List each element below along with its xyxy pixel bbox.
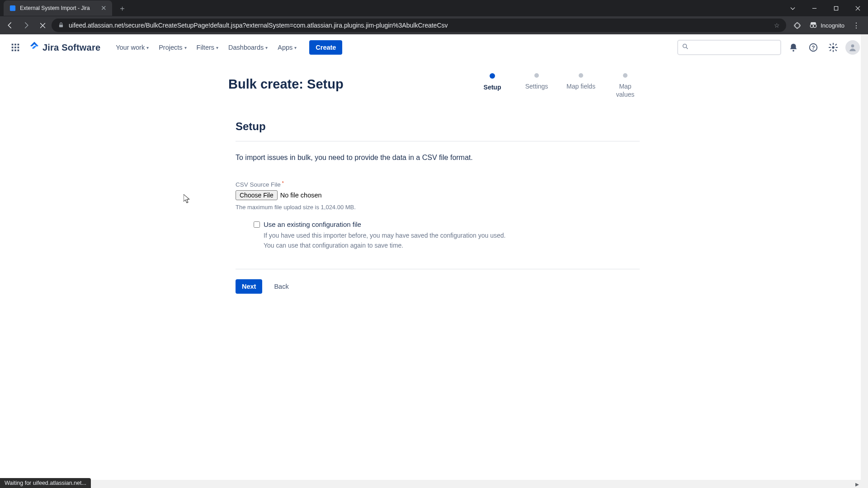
create-button[interactable]: Create bbox=[309, 40, 342, 55]
nav-apps[interactable]: Apps▾ bbox=[273, 41, 301, 54]
svg-rect-10 bbox=[14, 47, 16, 48]
search-icon bbox=[682, 43, 689, 52]
address-bar: uifeed.atlassian.net/secure/BulkCreateSe… bbox=[0, 16, 868, 34]
csv-file-label: CSV Source File bbox=[236, 181, 281, 188]
step-map-values[interactable]: Map values bbox=[611, 73, 640, 99]
chevron-down-icon: ▾ bbox=[294, 45, 297, 50]
nav-filters[interactable]: Filters▾ bbox=[192, 41, 223, 54]
tab-bar: External System Import - Jira ✕ ＋ bbox=[0, 0, 868, 16]
jira-logo[interactable]: Jira Software bbox=[25, 41, 104, 54]
divider bbox=[236, 269, 640, 269]
svg-rect-0 bbox=[10, 5, 15, 11]
chevron-down-icon: ▾ bbox=[184, 45, 187, 50]
divider bbox=[236, 141, 640, 141]
svg-rect-8 bbox=[18, 44, 19, 46]
existing-config-checkbox[interactable] bbox=[254, 221, 260, 228]
url-field[interactable]: uifeed.atlassian.net/secure/BulkCreateSe… bbox=[52, 19, 786, 32]
svg-line-16 bbox=[686, 47, 688, 49]
notifications-icon[interactable] bbox=[786, 40, 801, 55]
incognito-badge[interactable]: Incognito bbox=[807, 20, 846, 31]
lock-icon bbox=[58, 22, 64, 29]
csv-file-field: CSV Source File* Choose File No file cho… bbox=[236, 180, 640, 211]
favicon-icon bbox=[9, 5, 16, 12]
browser-chrome: External System Import - Jira ✕ ＋ uifeed… bbox=[0, 0, 868, 34]
step-settings[interactable]: Settings bbox=[522, 73, 551, 99]
progress-stepper: Setup Settings Map fields Map values bbox=[478, 73, 640, 99]
browser-status-bar: Waiting for uifeed.atlassian.net... bbox=[0, 478, 91, 488]
close-tab-icon[interactable]: ✕ bbox=[101, 4, 107, 12]
search-input[interactable] bbox=[677, 40, 781, 55]
window-controls bbox=[782, 1, 868, 15]
existing-config-checkbox-row[interactable]: Use an existing configuration file bbox=[254, 221, 640, 228]
svg-point-17 bbox=[793, 50, 794, 52]
nav-items: Your work▾ Projects▾ Filters▾ Dashboards… bbox=[111, 41, 301, 54]
page-title: Bulk create: Setup bbox=[228, 73, 344, 92]
back-icon[interactable] bbox=[3, 18, 17, 33]
svg-rect-12 bbox=[12, 50, 14, 52]
svg-point-5 bbox=[813, 24, 816, 28]
chevron-down-icon: ▾ bbox=[146, 45, 149, 50]
window-close-icon[interactable] bbox=[847, 1, 868, 15]
nav-your-work[interactable]: Your work▾ bbox=[111, 41, 153, 54]
choose-file-button[interactable]: Choose File bbox=[236, 190, 278, 200]
scroll-right-icon[interactable]: ▸ bbox=[854, 480, 861, 488]
new-tab-button[interactable]: ＋ bbox=[116, 2, 128, 14]
file-status-text: No file chosen bbox=[280, 192, 322, 199]
svg-rect-11 bbox=[18, 47, 19, 48]
app-switcher-icon[interactable] bbox=[8, 40, 23, 55]
product-name: Jira Software bbox=[42, 42, 100, 53]
svg-rect-13 bbox=[14, 50, 16, 52]
step-dot-icon bbox=[579, 73, 583, 78]
minimize-icon[interactable] bbox=[804, 1, 825, 15]
next-button[interactable]: Next bbox=[236, 279, 262, 294]
settings-icon[interactable] bbox=[826, 40, 841, 55]
step-map-fields[interactable]: Map fields bbox=[566, 73, 595, 99]
help-icon[interactable]: ? bbox=[806, 40, 821, 55]
existing-config-group: Use an existing configuration file If yo… bbox=[254, 221, 640, 250]
svg-rect-9 bbox=[12, 47, 14, 48]
nav-projects[interactable]: Projects▾ bbox=[154, 41, 191, 54]
browser-menu-icon[interactable]: ⋮ bbox=[850, 19, 863, 32]
svg-rect-14 bbox=[18, 50, 19, 52]
avatar[interactable] bbox=[845, 40, 860, 55]
tab-search-icon[interactable] bbox=[782, 1, 803, 15]
step-dot-icon bbox=[490, 73, 495, 79]
scrollbar-horizontal[interactable] bbox=[0, 480, 868, 488]
step-dot-icon bbox=[534, 73, 539, 78]
content-area: Bulk create: Setup Setup Settings Map fi… bbox=[0, 61, 868, 488]
stop-reload-icon[interactable] bbox=[35, 18, 50, 33]
svg-rect-2 bbox=[834, 6, 838, 10]
url-text: uifeed.atlassian.net/secure/BulkCreateSe… bbox=[69, 22, 769, 29]
file-size-hint: The maximum file upload size is 1,024.00… bbox=[236, 204, 640, 211]
nav-dashboards[interactable]: Dashboards▾ bbox=[224, 41, 272, 54]
back-button[interactable]: Back bbox=[272, 281, 290, 292]
forward-icon[interactable] bbox=[19, 18, 33, 33]
svg-text:?: ? bbox=[811, 45, 815, 51]
existing-config-hint: If you have used this importer before, y… bbox=[264, 231, 517, 250]
step-dot-icon bbox=[623, 73, 627, 78]
svg-rect-3 bbox=[59, 24, 63, 27]
jira-mark-icon bbox=[29, 41, 40, 54]
browser-tab[interactable]: External System Import - Jira ✕ bbox=[4, 0, 112, 16]
svg-point-21 bbox=[851, 44, 854, 47]
chevron-down-icon: ▾ bbox=[265, 45, 268, 50]
incognito-icon bbox=[809, 20, 818, 31]
section-title: Setup bbox=[228, 120, 640, 133]
bookmark-icon[interactable]: ☆ bbox=[774, 22, 780, 29]
intro-text: To import issues in bulk, you need to pr… bbox=[236, 152, 640, 163]
svg-point-4 bbox=[811, 24, 814, 28]
extensions-icon[interactable] bbox=[791, 19, 803, 32]
svg-rect-7 bbox=[14, 44, 16, 46]
required-mark: * bbox=[282, 181, 284, 186]
maximize-icon[interactable] bbox=[826, 1, 846, 15]
form-actions: Next Back bbox=[236, 279, 640, 294]
tab-title: External System Import - Jira bbox=[20, 5, 90, 11]
svg-rect-6 bbox=[12, 44, 14, 46]
existing-config-label: Use an existing configuration file bbox=[264, 221, 361, 228]
header-right: ? bbox=[677, 40, 860, 55]
chevron-down-icon: ▾ bbox=[216, 45, 218, 50]
svg-point-20 bbox=[832, 46, 835, 49]
step-setup[interactable]: Setup bbox=[478, 73, 507, 99]
incognito-label: Incognito bbox=[821, 22, 844, 29]
jira-header: Jira Software Your work▾ Projects▾ Filte… bbox=[0, 34, 868, 61]
